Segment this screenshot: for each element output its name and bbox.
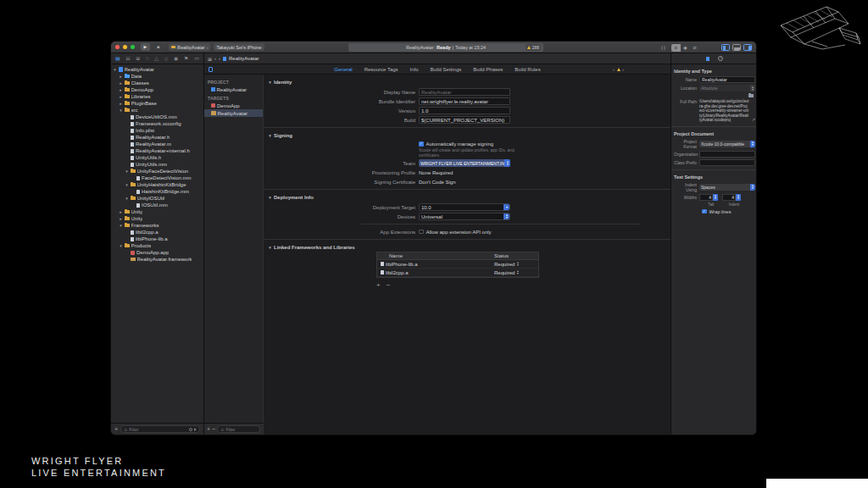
- team-popup[interactable]: WRIGHT FLYER LIVE ENTERTAINMENT,INC.: [419, 159, 510, 167]
- disclosure-icon[interactable]: ▸: [119, 74, 123, 79]
- deployment-target-combo[interactable]: 10.0: [419, 203, 510, 211]
- tab-build-phases[interactable]: Build Phases: [473, 67, 503, 72]
- linked-framework-row[interactable]: libiPhone-lib.aRequired: [377, 260, 538, 269]
- add-file-button[interactable]: +: [114, 426, 118, 432]
- disclosure-icon[interactable]: ▾: [125, 182, 129, 187]
- disclosure-icon[interactable]: ▾: [268, 245, 272, 250]
- build-field[interactable]: $(CURRENT_PROJECT_VERSION): [419, 116, 510, 124]
- source-control-navigator-icon[interactable]: ⊟: [125, 53, 130, 64]
- tree-item[interactable]: RealityAvatar+internal.h: [111, 147, 203, 154]
- tree-item[interactable]: ▸Unity: [111, 215, 203, 222]
- disclosure-icon[interactable]: ▸: [119, 94, 123, 99]
- linked-framework-row[interactable]: libil2cpp.aRequired: [377, 269, 538, 277]
- tree-item[interactable]: HaishinKitBridge.mm: [111, 188, 203, 195]
- tree-item[interactable]: RealityAvatar.framework: [111, 256, 203, 263]
- open-in-finder-arrow-icon[interactable]: ↗: [752, 118, 755, 123]
- minimize-button[interactable]: [123, 45, 127, 49]
- tree-item[interactable]: DeviceUtiliOS.mm: [111, 114, 203, 120]
- tab-build-rules[interactable]: Build Rules: [515, 67, 540, 72]
- tree-item[interactable]: Info.plist: [111, 127, 203, 134]
- disclosure-icon[interactable]: ▾: [125, 169, 129, 174]
- disclosure-icon[interactable]: ▾: [119, 108, 123, 113]
- standard-editor-button[interactable]: ≡: [671, 44, 681, 52]
- add-target-button[interactable]: +: [207, 426, 210, 432]
- flagged-files-icon[interactable]: [194, 428, 197, 431]
- disclosure-icon[interactable]: ▸: [119, 101, 123, 106]
- version-field[interactable]: 1.0: [419, 107, 510, 114]
- disclosure-icon[interactable]: ▾: [268, 195, 272, 200]
- status-stepper-icon[interactable]: [517, 262, 519, 266]
- tree-item[interactable]: libiPhone-lib.a: [111, 236, 203, 242]
- stop-button[interactable]: ■: [153, 43, 163, 51]
- assistant-editor-button[interactable]: ◉: [681, 44, 690, 52]
- tree-item[interactable]: ▾Frameworks: [111, 222, 203, 229]
- tab-build-settings[interactable]: Build Settings: [431, 67, 462, 72]
- run-button[interactable]: ▶: [141, 43, 150, 51]
- tree-item[interactable]: Framework.xcconfig: [111, 120, 203, 127]
- remove-framework-button[interactable]: −: [387, 281, 391, 289]
- tree-item[interactable]: IOSUtil.mm: [111, 202, 203, 208]
- tree-item[interactable]: UnityUtils.mm: [111, 161, 203, 168]
- wrap-lines-checkbox[interactable]: ✓: [702, 209, 707, 214]
- warning-badge[interactable]: 288: [526, 44, 541, 51]
- status-stepper-icon[interactable]: [517, 270, 519, 274]
- disclosure-icon[interactable]: ▾: [268, 133, 272, 138]
- disclosure-icon[interactable]: ▸: [119, 87, 123, 92]
- previous-issue-button[interactable]: ‹: [613, 67, 615, 72]
- zoom-button[interactable]: [131, 45, 135, 49]
- project-navigator-icon[interactable]: ▤: [115, 53, 120, 64]
- issue-navigator-icon[interactable]: △: [154, 53, 159, 64]
- navigator-filter-field[interactable]: ⊙ Filter: [120, 425, 200, 433]
- tab-info[interactable]: Info: [410, 67, 419, 72]
- tab-resource-tags[interactable]: Resource Tags: [364, 67, 398, 72]
- quick-help-tab-icon[interactable]: ?: [718, 56, 723, 61]
- add-framework-button[interactable]: +: [376, 281, 381, 289]
- target-item[interactable]: DemoApp: [204, 102, 263, 109]
- related-items-icon[interactable]: ⊞: [208, 56, 212, 62]
- recent-files-icon[interactable]: [189, 428, 192, 431]
- find-navigator-icon[interactable]: ○: [146, 53, 149, 64]
- indent-using-popup[interactable]: Spaces: [699, 184, 755, 191]
- version-editor-button[interactable]: ⇄: [690, 44, 699, 52]
- tree-item[interactable]: ▾UnityHaishinKitBridge: [111, 181, 203, 188]
- display-name-field[interactable]: RealityAvatar: [419, 88, 510, 96]
- devices-popup[interactable]: Universal: [419, 213, 510, 220]
- tree-item[interactable]: FaceDetectVision.mm: [111, 175, 203, 181]
- tree-item[interactable]: ▸Classes: [111, 80, 203, 86]
- location-popup[interactable]: Absolute: [699, 85, 755, 92]
- disclosure-icon[interactable]: ▾: [113, 67, 117, 72]
- disclosure-icon[interactable]: ▾: [119, 243, 123, 248]
- forward-button[interactable]: ›: [219, 56, 220, 61]
- auto-signing-checkbox[interactable]: ✓: [419, 141, 424, 147]
- disclosure-icon[interactable]: ▾: [125, 196, 129, 201]
- tree-item[interactable]: ▾RealityAvatar: [111, 66, 203, 73]
- app-extension-checkbox[interactable]: [419, 230, 424, 235]
- tab-general[interactable]: General: [334, 67, 352, 72]
- indent-width-stepper[interactable]: 4: [722, 194, 741, 201]
- disclosure-icon[interactable]: ▸: [119, 80, 123, 86]
- debug-navigator-icon[interactable]: ◉: [174, 53, 178, 64]
- tree-item[interactable]: ▸PluginBase: [111, 100, 203, 107]
- tree-item[interactable]: UnityUtils.h: [111, 154, 203, 161]
- tree-item[interactable]: libil2cpp.a: [111, 229, 203, 236]
- tree-item[interactable]: ▸Libraries: [111, 93, 203, 100]
- disclosure-icon[interactable]: ▸: [119, 216, 123, 221]
- tree-item[interactable]: RealityAvatar.m: [111, 141, 203, 147]
- tree-item[interactable]: ▾src: [111, 107, 203, 114]
- project-item[interactable]: RealityAvatar: [204, 86, 263, 93]
- organization-field[interactable]: [699, 151, 755, 158]
- report-navigator-icon[interactable]: ▭: [194, 53, 199, 64]
- tab-width-stepper[interactable]: 4: [699, 194, 718, 201]
- tree-item[interactable]: DemoApp.app: [111, 249, 203, 256]
- document-items-icon[interactable]: [209, 67, 213, 72]
- targets-filter-field[interactable]: ⊙ Filter: [217, 425, 260, 433]
- tree-item[interactable]: ▾UnityFaceDetectVision: [111, 168, 203, 175]
- tree-item[interactable]: ▸DemoApp: [111, 86, 203, 93]
- destination-selector[interactable]: Takayuki Sei's iPhone: [214, 43, 264, 51]
- tree-item[interactable]: ▾UnityIOSUtil: [111, 195, 203, 202]
- test-navigator-icon[interactable]: ◇: [164, 53, 169, 64]
- remove-target-button[interactable]: −: [212, 426, 215, 432]
- breakpoint-navigator-icon[interactable]: ⚑: [184, 53, 188, 64]
- tree-item[interactable]: ▸Data: [111, 73, 203, 80]
- target-item[interactable]: RealityAvatar: [204, 109, 263, 117]
